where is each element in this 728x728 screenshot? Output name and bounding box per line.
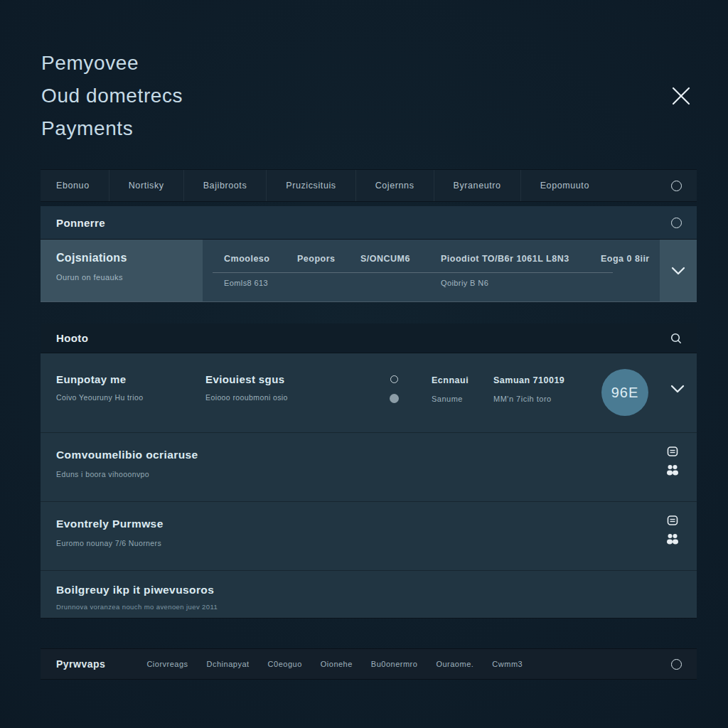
summary-expand-button[interactable] — [660, 240, 697, 301]
employee-col4-line2: MM'n 7icih toro — [493, 395, 564, 403]
chevron-down-icon — [670, 265, 687, 277]
filter-bar-label: Ponnerre — [41, 217, 105, 229]
employee-status-title: Eviouiest sgus — [205, 373, 288, 385]
summary-subtitle: Ourun on feuauks — [56, 273, 203, 282]
screen: Pemyovee Oud dometrecs Payments Ebonuo N… — [0, 0, 728, 728]
close-button[interactable] — [665, 80, 697, 112]
summary-row[interactable]: Cojsniations Ourun on feuauks Cmooleso P… — [41, 240, 697, 302]
summary-divider — [213, 272, 613, 273]
employee-status-subtitle: Eoiooo rooubmoni osio — [205, 393, 288, 402]
people-icon[interactable] — [665, 464, 680, 476]
magnifier-icon — [670, 332, 682, 345]
employee-indicators — [390, 375, 399, 403]
card-icon[interactable] — [667, 515, 678, 526]
nav-tab-6[interactable]: Byraneutro — [434, 170, 521, 201]
employee-status-cell: Eviouiest sgus Eoiooo rooubmoni osio — [205, 373, 288, 402]
employee-badge-text: 96E — [611, 385, 639, 401]
summary-col-1-sub: Eomls8 613 — [224, 279, 268, 287]
chevron-down-icon — [669, 383, 686, 395]
footer-item-5[interactable]: Bu0onermro — [371, 660, 418, 668]
page-title-line-2: Oud dometrecs — [41, 80, 183, 112]
footer-search-button[interactable] — [668, 656, 684, 672]
footer-item-6[interactable]: Ouraome. — [436, 660, 473, 668]
footer-bar: Pyrwvaps Ciorvreags Dchinapyat C0eoguo O… — [41, 648, 697, 680]
footer-label: Pyrwvaps — [41, 658, 105, 670]
nav-bar: Ebonuo Nortisky Bajibroots Pruzicsituis … — [41, 169, 697, 202]
summary-col-3-label: S/ONCUM6 — [360, 254, 410, 264]
nav-tab-1[interactable]: Ebonuo — [41, 170, 109, 201]
section-body: Eunpotay me Coivo Yeouruny Hu trioo Evio… — [41, 353, 697, 619]
summary-col-4-label: Pioodiot TO/B6r 1061L L8N3 — [441, 254, 569, 264]
summary-col-1-label: Cmooleso — [224, 254, 269, 264]
summary-col-4-sub: Qoibriy B N6 — [441, 279, 488, 287]
list-row-2[interactable]: Evontrely Purmwse Euromo nounay 7/6 Nuor… — [41, 502, 697, 571]
people-icon[interactable] — [665, 532, 680, 545]
nav-tab-4[interactable]: Pruzicsituis — [267, 170, 355, 201]
section-header-label: Hooto — [41, 332, 88, 344]
search-icon — [671, 181, 682, 191]
employee-badge[interactable]: 96E — [601, 369, 648, 416]
summary-col-5-label: Eoga 0 8iir — [601, 254, 650, 264]
employee-col4-line1: Samuan 710019 — [493, 375, 564, 385]
footer-item-2[interactable]: Dchinapyat — [207, 660, 250, 668]
summary-columns: Cmooleso Peopors S/ONCUM6 Pioodiot TO/B6… — [203, 240, 660, 301]
nav-tab-2[interactable]: Nortisky — [109, 170, 184, 201]
list-row-1-icons — [665, 446, 680, 476]
list-row-3-subtitle: Drunnova voranzea nouch mo avenoen juev … — [56, 603, 218, 611]
summary-col-2-label: Peopors — [297, 254, 336, 264]
employee-col3-line2: Sanume — [432, 395, 469, 403]
section-header: Hooto — [41, 323, 697, 353]
nav-tab-5[interactable]: Cojernns — [356, 170, 434, 201]
page-title-line-3: Payments — [41, 112, 183, 145]
footer-item-3[interactable]: C0eoguo — [268, 660, 302, 668]
page-title-block: Pemyovee Oud dometrecs Payments — [41, 47, 183, 145]
footer-item-7[interactable]: Cwmm3 — [492, 660, 523, 668]
nav-tab-7[interactable]: Eopomuuto — [521, 170, 609, 201]
nav-search-button[interactable] — [668, 178, 684, 193]
list-row-3-title: Boilgreuy ikp it piwevusoros — [56, 584, 218, 596]
employee-name-title: Eunpotay me — [56, 373, 143, 385]
summary-primary-cell: Cojsniations Ourun on feuauks — [41, 240, 203, 301]
employee-name-subtitle: Coivo Yeouruny Hu trioo — [56, 393, 143, 402]
list-row-2-subtitle: Euromo nounay 7/6 Nuorners — [56, 539, 164, 547]
close-icon — [668, 83, 694, 109]
list-row-1-title: Comvoumelibio ocriaruse — [56, 449, 198, 461]
list-row-2-icons — [665, 515, 680, 545]
search-icon — [671, 659, 682, 670]
circle-outline-icon — [390, 375, 398, 383]
circle-filled-icon — [390, 394, 399, 403]
nav-tab-3[interactable]: Bajibroots — [184, 170, 267, 201]
employee-col3: Ecnnaui Sanume — [432, 375, 469, 403]
employee-name-cell: Eunpotay me Coivo Yeouruny Hu trioo — [56, 373, 143, 402]
employee-col3-line1: Ecnnaui — [432, 375, 469, 385]
list-row-1-subtitle: Eduns i boora vihooonvpo — [56, 470, 198, 478]
page-title-line-1: Pemyovee — [41, 47, 183, 80]
summary-title: Cojsniations — [56, 252, 203, 264]
section-search-button[interactable] — [668, 331, 684, 346]
footer-item-4[interactable]: Oionehe — [321, 660, 353, 668]
employee-expand-button[interactable] — [669, 383, 686, 395]
list-row-2-text: Evontrely Purmwse Euromo nounay 7/6 Nuor… — [56, 518, 164, 547]
list-row-3-text: Boilgreuy ikp it piwevusoros Drunnova vo… — [56, 584, 218, 611]
list-row-1-text: Comvoumelibio ocriaruse Eduns i boora vi… — [56, 449, 198, 478]
card-icon[interactable] — [667, 446, 678, 457]
employee-row[interactable]: Eunpotay me Coivo Yeouruny Hu trioo Evio… — [41, 353, 697, 433]
list-row-2-title: Evontrely Purmwse — [56, 518, 164, 530]
list-row-1[interactable]: Comvoumelibio ocriaruse Eduns i boora vi… — [41, 433, 697, 502]
employee-col4: Samuan 710019 MM'n 7icih toro — [493, 375, 564, 403]
footer-items: Ciorvreags Dchinapyat C0eoguo Oionehe Bu… — [146, 660, 523, 668]
filter-bar: Ponnerre — [41, 206, 697, 240]
search-icon — [671, 218, 682, 228]
footer-item-1[interactable]: Ciorvreags — [146, 660, 188, 668]
list-row-3[interactable]: Boilgreuy ikp it piwevusoros Drunnova vo… — [41, 571, 697, 618]
filter-search-button[interactable] — [668, 215, 684, 230]
